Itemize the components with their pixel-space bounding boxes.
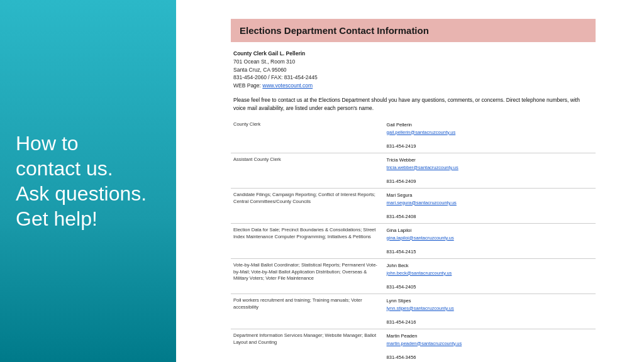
table-row: Department Information Services Manager;… [231, 329, 596, 362]
contact-role: Candidate Filings; Campaign Reporting; C… [231, 189, 384, 224]
table-row: Candidate Filings; Campaign Reporting; C… [231, 189, 596, 224]
right-panel: Elections Department Contact Information… [176, 0, 644, 362]
contact-role: Poll workers recruitment and training; T… [231, 294, 384, 329]
contact-name: Martin Peaden [387, 333, 418, 339]
contact-info: Lynn Stipeslynn.stipes@santacruzcounty.u… [384, 294, 596, 329]
contact-email[interactable]: mari.segura@santacruzcounty.us [387, 199, 593, 206]
left-line2: contact us. [16, 157, 113, 180]
contact-phone: 831-454-2415 [387, 249, 416, 255]
contact-role: County Clerk [231, 118, 384, 153]
document-title: Elections Department Contact Information [240, 25, 587, 36]
contact-name: Tricia Webber [387, 157, 416, 163]
contact-phone: 831-454-2409 [387, 178, 416, 184]
city: Santa Cruz, CA 95060 [233, 67, 287, 73]
document-title-bar: Elections Department Contact Information [231, 19, 596, 42]
phone-fax: 831-454-2060 / FAX: 831-454-2445 [233, 74, 318, 80]
web-label: WEB Page: [233, 82, 261, 89]
contact-email[interactable]: gail.pellerin@santacruzcounty.us [387, 129, 593, 136]
contact-role: Assistant County Clerk [231, 153, 384, 189]
contact-table: County ClerkGail Pelleringail.pellerin@s… [231, 118, 596, 362]
table-row: Vote-by-Mail Ballot Coordinator; Statist… [231, 259, 596, 294]
contact-email[interactable]: john.beck@santacruzcounty.us [387, 270, 593, 277]
left-line3: Ask questions. [16, 182, 147, 205]
contact-name: Mari Segura [387, 192, 413, 198]
contact-role: Election Data for Sale; Precinct Boundar… [231, 224, 384, 259]
contact-phone: 831-454-3456 [387, 354, 416, 360]
contact-info: Martin Peadenmartin.peaden@santacruzcoun… [384, 329, 596, 362]
contact-name: Lynn Stipes [387, 298, 411, 304]
contact-phone: 831-454-2405 [387, 284, 416, 290]
table-row: Election Data for Sale; Precinct Boundar… [231, 224, 596, 259]
contact-info: Gina Lapiloigina.lapiloi@santacruzcounty… [384, 224, 596, 259]
document: Elections Department Contact Information… [231, 19, 596, 362]
table-row: Poll workers recruitment and training; T… [231, 294, 596, 329]
web-link[interactable]: www.votescount.com [262, 82, 313, 89]
contact-name: Gina Lapiloi [387, 228, 412, 233]
contact-phone: 831-454-2419 [387, 143, 416, 149]
street: 701 Ocean St., Room 310 [233, 58, 295, 65]
contact-phone: 831-454-2408 [387, 214, 416, 219]
contact-info: Gail Pelleringail.pellerin@santacruzcoun… [384, 118, 596, 153]
contact-name: John Beck [387, 263, 409, 268]
contact-phone: 831-454-2416 [387, 319, 416, 325]
intro-text: Please feel free to contact us at the El… [231, 96, 596, 112]
clerk-name: County Clerk Gail L. Pellerin [233, 50, 305, 57]
left-panel: How to contact us. Ask questions. Get he… [0, 0, 176, 362]
left-line1: How to [16, 132, 79, 155]
contact-email[interactable]: martin.peaden@santacruzcounty.us [387, 340, 593, 347]
contact-info: Mari Seguramari.segura@santacruzcounty.u… [384, 189, 596, 224]
contact-info: Tricia Webbertricia.webber@santacruzcoun… [384, 153, 596, 189]
address-block: County Clerk Gail L. Pellerin 701 Ocean … [231, 50, 596, 90]
contact-info: John Beckjohn.beck@santacruzcounty.us831… [384, 259, 596, 294]
contact-email[interactable]: lynn.stipes@santacruzcounty.us [387, 305, 593, 312]
left-text: How to contact us. Ask questions. Get he… [16, 131, 147, 231]
contact-email[interactable]: tricia.webber@santacruzcounty.us [387, 164, 593, 171]
contact-name: Gail Pellerin [387, 122, 412, 128]
contact-email[interactable]: gina.lapiloi@santacruzcounty.us [387, 234, 593, 241]
table-row: Assistant County ClerkTricia Webbertrici… [231, 153, 596, 189]
intro-content: Please feel free to contact us at the El… [233, 97, 580, 111]
contact-role: Vote-by-Mail Ballot Coordinator; Statist… [231, 259, 384, 294]
left-line4: Get help! [16, 207, 97, 230]
table-row: County ClerkGail Pelleringail.pellerin@s… [231, 118, 596, 153]
contact-role: Department Information Services Manager;… [231, 329, 384, 362]
